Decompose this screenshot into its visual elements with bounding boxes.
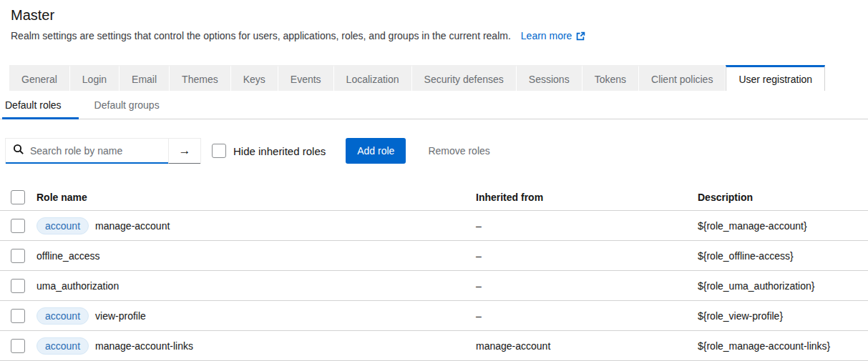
- inherited-from: –: [476, 220, 698, 232]
- tab-label: Security defenses: [424, 74, 504, 85]
- row-checkbox[interactable]: [11, 219, 25, 233]
- remove-roles-button[interactable]: Remove roles: [428, 145, 489, 157]
- table-row: uma_authorization – ${role_uma_authoriza…: [0, 271, 868, 301]
- role-name: uma_authorization: [36, 280, 119, 292]
- tab-keys[interactable]: Keys: [231, 65, 278, 91]
- subtab-label: Default roles: [5, 99, 62, 111]
- tab-email[interactable]: Email: [120, 65, 170, 91]
- realm-settings-tabs: General Login Email Themes Keys Events L…: [9, 65, 868, 91]
- row-checkbox[interactable]: [11, 309, 25, 323]
- tab-label: Sessions: [529, 74, 570, 85]
- container-badge: account: [36, 217, 89, 234]
- tab-label: Client policies: [651, 74, 713, 85]
- hide-inherited-label: Hide inherited roles: [233, 145, 326, 157]
- tab-label: User registration: [738, 74, 812, 85]
- tab-label: Login: [82, 74, 107, 85]
- role-description: ${role_uma_authorization}: [698, 280, 868, 292]
- magnifier-icon: [13, 144, 24, 158]
- user-registration-subtabs: Default roles Default groups: [0, 91, 868, 119]
- tab-sessions[interactable]: Sessions: [517, 65, 582, 91]
- inherited-from: –: [476, 280, 698, 292]
- tab-client-policies[interactable]: Client policies: [639, 65, 726, 91]
- table-row: offline_access – ${role_offline-access}: [0, 241, 868, 271]
- inherited-from: –: [476, 310, 698, 322]
- default-roles-table: Role name Inherited from Description acc…: [0, 184, 868, 361]
- container-badge: account: [36, 307, 89, 325]
- tab-security-defenses[interactable]: Security defenses: [412, 65, 517, 91]
- tab-general[interactable]: General: [9, 65, 70, 91]
- tab-user-registration[interactable]: User registration: [726, 65, 825, 91]
- tab-localization[interactable]: Localization: [334, 65, 412, 91]
- realm-description: Realm settings are settings that control…: [11, 30, 857, 41]
- search-box: [6, 139, 168, 164]
- role-description: ${role_manage-account-links}: [698, 340, 868, 352]
- page-title: Master: [11, 7, 857, 24]
- search-submit-button[interactable]: →: [168, 139, 200, 164]
- role-name: view-profile: [95, 310, 146, 322]
- table-row: accountmanage-account-links manage-accou…: [0, 331, 868, 361]
- select-all-checkbox[interactable]: [11, 190, 25, 204]
- page-header: Master Realm settings are settings that …: [0, 0, 868, 41]
- tab-label: Localization: [346, 74, 399, 85]
- tab-events[interactable]: Events: [278, 65, 334, 91]
- add-role-button[interactable]: Add role: [346, 138, 406, 164]
- realm-description-text: Realm settings are settings that control…: [11, 30, 511, 41]
- inherited-from: manage-account: [476, 340, 698, 352]
- tab-label: Keys: [243, 74, 265, 85]
- roles-toolbar: → Hide inherited roles Add role Remove r…: [5, 138, 868, 164]
- hide-inherited-checkbox[interactable]: [212, 144, 226, 158]
- column-role-name: Role name: [36, 192, 476, 203]
- arrow-right-icon: →: [179, 144, 191, 158]
- row-checkbox[interactable]: [11, 249, 25, 263]
- subtab-label: Default groups: [94, 99, 160, 111]
- tab-label: Events: [291, 74, 321, 85]
- tab-login[interactable]: Login: [70, 65, 120, 91]
- table-header-row: Role name Inherited from Description: [0, 184, 868, 211]
- role-description: ${role_manage-account}: [698, 220, 868, 232]
- tab-tokens[interactable]: Tokens: [582, 65, 639, 91]
- search-group: →: [5, 138, 201, 164]
- inherited-from: –: [476, 250, 698, 262]
- table-row: accountmanage-account – ${role_manage-ac…: [0, 211, 868, 241]
- column-description: Description: [698, 192, 868, 203]
- subtab-default-roles[interactable]: Default roles: [2, 91, 79, 119]
- search-input[interactable]: [30, 145, 162, 157]
- role-name: manage-account: [95, 220, 170, 232]
- role-description: ${role_offline-access}: [698, 250, 868, 262]
- role-name: offline_access: [36, 250, 99, 262]
- subtab-default-groups[interactable]: Default groups: [79, 91, 175, 119]
- tab-label: Email: [132, 74, 157, 85]
- tab-label: General: [21, 74, 57, 85]
- external-link-icon: [576, 31, 585, 41]
- role-name: manage-account-links: [95, 340, 193, 352]
- row-checkbox[interactable]: [11, 339, 25, 353]
- learn-more-link[interactable]: Learn more: [521, 30, 586, 41]
- tab-themes[interactable]: Themes: [170, 65, 231, 91]
- learn-more-label: Learn more: [521, 30, 572, 41]
- tab-label: Themes: [182, 74, 218, 85]
- tab-label: Tokens: [595, 74, 626, 85]
- column-inherited-from: Inherited from: [476, 192, 698, 203]
- role-description: ${role_view-profile}: [698, 310, 868, 322]
- row-checkbox[interactable]: [11, 279, 25, 293]
- table-row: accountview-profile – ${role_view-profil…: [0, 301, 868, 331]
- container-badge: account: [36, 337, 89, 355]
